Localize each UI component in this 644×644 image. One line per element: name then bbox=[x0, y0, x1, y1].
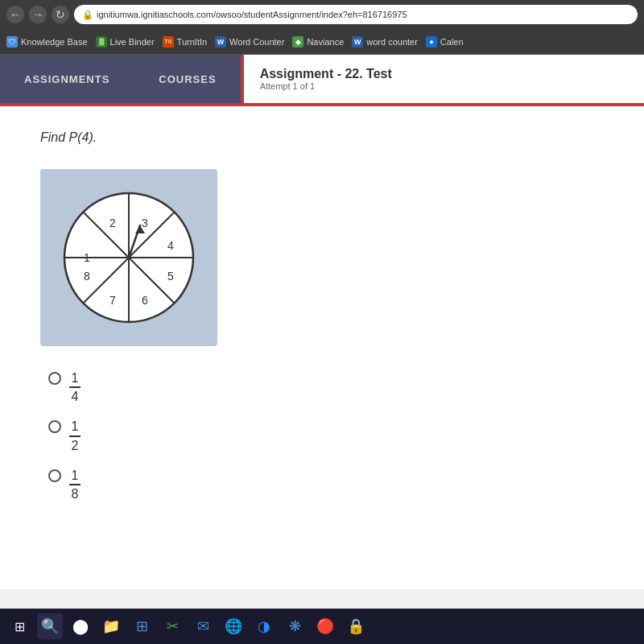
assignment-title: Assignment - 22. Test bbox=[260, 67, 628, 81]
fraction-3: 1 8 bbox=[69, 468, 80, 502]
bookmark-naviance-label: Naviance bbox=[307, 37, 344, 47]
task-view-button[interactable]: ⬤ bbox=[68, 613, 93, 639]
svg-text:7: 7 bbox=[109, 294, 116, 307]
answer-choice-3[interactable]: 1 8 bbox=[48, 468, 604, 502]
bookmark-knowledge-base-label: Knowledge Base bbox=[21, 37, 88, 47]
refresh-button[interactable]: ↻ bbox=[52, 6, 69, 23]
url-text: ignitiumwa.ignitiaschools.com/owsoo/stud… bbox=[97, 10, 407, 19]
answer-choice-1[interactable]: 1 4 bbox=[48, 370, 604, 404]
svg-text:6: 6 bbox=[142, 294, 148, 307]
fraction-2: 1 2 bbox=[69, 419, 80, 452]
courses-nav[interactable]: COURSES bbox=[134, 55, 240, 103]
svg-text:5: 5 bbox=[167, 270, 174, 283]
fraction-3-denominator: 8 bbox=[72, 486, 79, 502]
bookmark-word-counter-2[interactable]: W word counter bbox=[352, 36, 418, 47]
svg-text:3: 3 bbox=[142, 217, 148, 229]
question-text: Find P(4). bbox=[40, 130, 604, 145]
answer-choice-2[interactable]: 1 2 bbox=[48, 419, 604, 452]
file-explorer-button[interactable]: 📁 bbox=[98, 613, 124, 639]
fraction-1-denominator: 4 bbox=[72, 389, 79, 404]
fraction-2-denominator: 2 bbox=[72, 438, 79, 453]
fraction-1: 1 4 bbox=[69, 370, 80, 404]
forward-button[interactable]: → bbox=[29, 6, 47, 23]
browser-window: ← → ↻ 🔒 ignitiumwa.ignitiaschools.com/ow… bbox=[0, 0, 644, 644]
top-nav: ASSIGNMENTS COURSES Assignment - 22. Tes… bbox=[0, 55, 644, 103]
app-icon-red[interactable]: 🔴 bbox=[312, 613, 338, 639]
fraction-1-numerator: 1 bbox=[72, 370, 79, 386]
bookmark-live-binder-label: Live Binder bbox=[110, 37, 155, 47]
knowledge-base-icon: 🛡 bbox=[6, 36, 18, 47]
svg-text:2: 2 bbox=[109, 217, 116, 229]
bookmark-word-counter[interactable]: W Word Counter bbox=[215, 36, 284, 47]
address-bar[interactable]: 🔒 ignitiumwa.ignitiaschools.com/owsoo/st… bbox=[74, 5, 638, 24]
naviance-icon: ◆ bbox=[292, 36, 303, 47]
bookmark-turnitin-label: TurnItIn bbox=[177, 37, 208, 47]
radio-2[interactable] bbox=[48, 420, 61, 433]
fraction-1-line bbox=[69, 386, 80, 388]
word-counter-icon: W bbox=[215, 36, 226, 47]
bookmark-calendar[interactable]: ● Calen bbox=[426, 36, 464, 47]
taskbar: ⊞ 🔍 ⬤ 📁 ⊞ ✂ ✉ 🌐 ◑ ❋ 🔴 🔒 bbox=[0, 609, 644, 644]
radio-1[interactable] bbox=[48, 372, 61, 385]
chrome-button[interactable]: 🌐 bbox=[221, 613, 246, 639]
fraction-2-line bbox=[69, 436, 80, 437]
page-content: ASSIGNMENTS COURSES Assignment - 22. Tes… bbox=[0, 55, 644, 644]
calendar-icon: ● bbox=[426, 36, 437, 47]
main-content: Find P(4). bbox=[0, 106, 644, 589]
bookmark-calendar-label: Calen bbox=[440, 37, 464, 47]
fraction-3-numerator: 1 bbox=[72, 468, 79, 483]
edge-button[interactable]: ◑ bbox=[251, 613, 277, 639]
mail-button[interactable]: ✉ bbox=[190, 613, 216, 639]
app-icon-green[interactable]: 🔒 bbox=[343, 613, 369, 639]
live-binder-icon: 📗 bbox=[96, 36, 107, 47]
radio-3[interactable] bbox=[48, 469, 61, 482]
spinner-wheel: 1 2 3 4 5 6 7 8 bbox=[56, 185, 201, 330]
spinner-container: 1 2 3 4 5 6 7 8 bbox=[40, 169, 217, 346]
assignment-attempt: Attempt 1 of 1 bbox=[260, 81, 628, 91]
search-taskbar-button[interactable]: 🔍 bbox=[37, 613, 63, 639]
bookmark-turnitin[interactable]: TII TurnItIn bbox=[163, 36, 208, 47]
bookmarks-bar: 🛡 Knowledge Base 📗 Live Binder TII TurnI… bbox=[0, 29, 644, 55]
bookmark-word-counter-2-label: word counter bbox=[366, 37, 418, 47]
windows-start-button[interactable]: ⊞ bbox=[6, 613, 32, 639]
bookmark-knowledge-base[interactable]: 🛡 Knowledge Base bbox=[6, 36, 88, 47]
assignment-header: Assignment - 22. Test Attempt 1 of 1 bbox=[241, 55, 644, 103]
svg-text:8: 8 bbox=[84, 270, 90, 283]
nav-left: ASSIGNMENTS COURSES bbox=[0, 55, 241, 103]
bookmark-naviance[interactable]: ◆ Naviance bbox=[292, 36, 344, 47]
browser-bar: ← → ↻ 🔒 ignitiumwa.ignitiaschools.com/ow… bbox=[0, 0, 644, 29]
snip-tool-button[interactable]: ✂ bbox=[159, 613, 185, 639]
svg-text:1: 1 bbox=[84, 251, 90, 264]
bookmark-word-counter-label: Word Counter bbox=[229, 37, 284, 47]
fraction-3-line bbox=[69, 484, 80, 485]
assignments-nav[interactable]: ASSIGNMENTS bbox=[0, 55, 134, 103]
back-button[interactable]: ← bbox=[6, 6, 24, 23]
svg-text:4: 4 bbox=[167, 239, 174, 252]
windows-store-button[interactable]: ⊞ bbox=[129, 613, 155, 639]
fraction-2-numerator: 1 bbox=[72, 419, 79, 434]
dropbox-button[interactable]: ❋ bbox=[282, 613, 308, 639]
lock-icon: 🔒 bbox=[82, 10, 93, 20]
bookmark-live-binder[interactable]: 📗 Live Binder bbox=[96, 36, 155, 47]
word-counter-2-icon: W bbox=[352, 36, 363, 47]
answer-choices: 1 4 1 2 1 bbox=[40, 370, 604, 502]
turnitin-icon: TII bbox=[163, 36, 174, 47]
